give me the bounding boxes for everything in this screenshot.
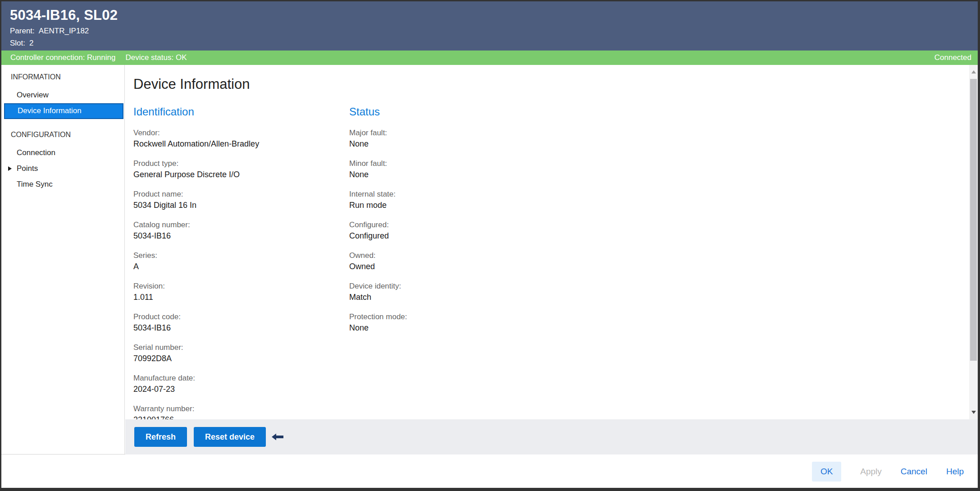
apply-button[interactable]: Apply <box>860 467 882 477</box>
slot-value: 2 <box>29 39 33 47</box>
field-label: Serial number: <box>133 342 332 353</box>
field-minor-fault: Minor fault:None <box>349 158 547 180</box>
field-value: Match <box>349 292 547 303</box>
field-value: Configured <box>349 230 547 241</box>
field-label: Product name: <box>133 189 332 200</box>
cancel-button[interactable]: Cancel <box>901 467 927 477</box>
connection-status-bar: Controller connection: RunningDevice sta… <box>1 50 978 65</box>
scroll-down-icon <box>971 411 976 414</box>
sidebar-nav: INFORMATIONOverviewDevice InformationCON… <box>1 65 125 454</box>
field-value: 2024-07-23 <box>133 384 332 395</box>
main-area: Device Information Identification Vendor… <box>125 65 978 454</box>
status-heading: Status <box>349 105 547 119</box>
field-label: Major fault: <box>349 128 547 138</box>
slot-label: Slot: <box>10 39 25 47</box>
field-value: A <box>133 261 332 272</box>
scroll-down-button[interactable] <box>969 408 978 417</box>
reset-device-button[interactable]: Reset device <box>194 427 266 447</box>
identification-column: Identification Vendor:Rockwell Automatio… <box>133 105 332 419</box>
content-scroll-area: Device Information Identification Vendor… <box>125 65 978 419</box>
identification-heading: Identification <box>133 105 332 119</box>
dialog-header: 5034-IB16, SL02 Parent:AENTR_IP182 Slot:… <box>1 1 978 50</box>
field-serial-number: Serial number:70992D8A <box>133 342 332 364</box>
field-label: Owned: <box>349 250 547 261</box>
field-label: Manufacture date: <box>133 373 332 384</box>
field-label: Revision: <box>133 281 332 292</box>
field-label: Catalog number: <box>133 220 332 230</box>
scrollbar-thumb[interactable] <box>970 79 977 361</box>
field-value: General Purpose Discrete I/O <box>133 169 332 180</box>
sidebar-section-label-information: INFORMATION <box>1 72 124 82</box>
field-label: Series: <box>133 250 332 261</box>
sidebar-item-label: Time Sync <box>17 180 53 188</box>
vertical-scrollbar[interactable] <box>969 65 978 419</box>
sidebar-section-label-configuration: CONFIGURATION <box>1 130 124 140</box>
field-series: Series:A <box>133 250 332 272</box>
action-toolbar: Refresh Reset device <box>125 419 978 454</box>
sidebar-item-label: Device Information <box>18 106 82 115</box>
field-label: Internal state: <box>349 189 547 200</box>
controller-connection-status: Controller connection: Running <box>10 53 115 62</box>
field-value: Owned <box>349 261 547 272</box>
sidebar-item-connection[interactable]: Connection <box>1 145 124 161</box>
field-device-identity: Device identity:Match <box>349 281 547 303</box>
device-properties-dialog: 5034-IB16, SL02 Parent:AENTR_IP182 Slot:… <box>0 0 980 491</box>
connected-badge: Connected <box>934 53 971 62</box>
field-revision: Revision:1.011 <box>133 281 332 303</box>
field-label: Product code: <box>133 312 332 322</box>
scroll-up-icon <box>971 70 976 73</box>
parent-label: Parent: <box>10 27 35 35</box>
field-value: 5034-IB16 <box>133 230 332 241</box>
field-vendor: Vendor:Rockwell Automation/Allen-Bradley <box>133 128 332 149</box>
field-label: Configured: <box>349 220 547 230</box>
refresh-button[interactable]: Refresh <box>134 427 187 447</box>
scroll-up-button[interactable] <box>969 68 978 76</box>
sidebar-item-label: Connection <box>17 148 55 157</box>
dialog-body: INFORMATIONOverviewDevice InformationCON… <box>1 65 978 454</box>
field-value: 5034 Digital 16 In <box>133 200 332 211</box>
field-product-type: Product type:General Purpose Discrete I/… <box>133 158 332 180</box>
sidebar-item-time-sync[interactable]: Time Sync <box>1 177 124 193</box>
field-label: Device identity: <box>349 281 547 292</box>
page-title: Device Information <box>133 76 250 93</box>
field-label: Warranty number: <box>133 404 332 414</box>
slot-line: Slot:2 <box>10 39 978 48</box>
sidebar-item-points[interactable]: Points <box>1 161 124 177</box>
sidebar-item-overview[interactable]: Overview <box>1 87 124 103</box>
sidebar-item-label: Points <box>17 164 38 173</box>
parent-value: AENTR_IP182 <box>39 27 89 35</box>
dialog-footer: OK Apply Cancel Help <box>1 455 978 488</box>
field-label: Minor fault: <box>349 158 547 169</box>
field-warranty-number: Warranty number:221001766 <box>133 404 332 419</box>
field-value: 5034-IB16 <box>133 322 332 333</box>
field-value: 70992D8A <box>133 353 332 364</box>
device-title: 5034-IB16, SL02 <box>10 7 978 23</box>
field-value: 1.011 <box>133 292 332 303</box>
field-label: Protection mode: <box>349 312 547 322</box>
back-arrow-icon[interactable] <box>272 433 283 441</box>
field-catalog-number: Catalog number:5034-IB16 <box>133 220 332 241</box>
field-owned: Owned:Owned <box>349 250 547 272</box>
field-label: Product type: <box>133 158 332 169</box>
field-value: 221001766 <box>133 414 332 419</box>
field-product-code: Product code:5034-IB16 <box>133 312 332 333</box>
field-protection-mode: Protection mode:None <box>349 312 547 333</box>
sidebar-item-device-information[interactable]: Device Information <box>4 103 123 119</box>
parent-line: Parent:AENTR_IP182 <box>10 27 978 36</box>
help-button[interactable]: Help <box>946 467 964 477</box>
sidebar-section-gap <box>1 119 124 130</box>
field-value: None <box>349 169 547 180</box>
field-configured: Configured:Configured <box>349 220 547 241</box>
expand-arrow-icon[interactable] <box>8 166 12 171</box>
sidebar-item-label: Overview <box>17 91 49 99</box>
ok-button[interactable]: OK <box>812 462 841 482</box>
field-label: Vendor: <box>133 128 332 138</box>
status-bar-left: Controller connection: RunningDevice sta… <box>10 53 196 62</box>
field-value: Run mode <box>349 200 547 211</box>
field-product-name: Product name:5034 Digital 16 In <box>133 189 332 211</box>
field-manufacture-date: Manufacture date:2024-07-23 <box>133 373 332 395</box>
field-value: None <box>349 322 547 333</box>
field-internal-state: Internal state:Run mode <box>349 189 547 211</box>
field-value: Rockwell Automation/Allen-Bradley <box>133 138 332 149</box>
device-status: Device status: OK <box>125 53 187 62</box>
